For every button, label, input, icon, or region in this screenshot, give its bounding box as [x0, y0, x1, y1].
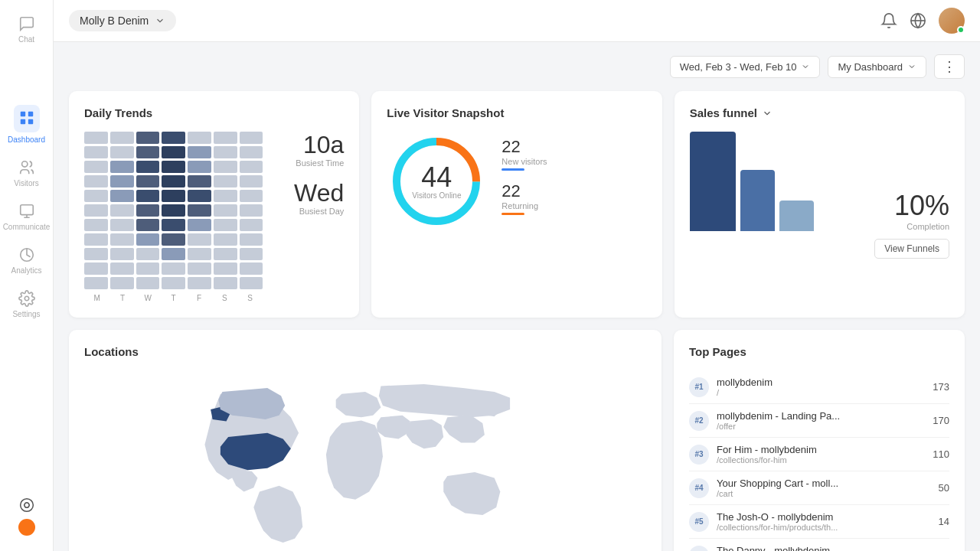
funnel-bars	[690, 132, 887, 231]
rank-badge: #6	[689, 546, 709, 552]
funnel-dropdown-icon[interactable]	[762, 108, 773, 119]
returning-stat: 22 Returning	[501, 181, 547, 215]
heatmap-cell	[84, 248, 108, 260]
user-avatar[interactable]	[939, 8, 965, 34]
heatmap-cell	[136, 175, 160, 187]
dashboard-dropdown-icon	[907, 62, 916, 71]
settings-icon	[18, 290, 35, 307]
avatar-online-dot	[957, 26, 965, 34]
heatmap-cell	[214, 190, 237, 202]
notification-icon[interactable]	[880, 12, 897, 29]
date-range-filter[interactable]: Wed, Feb 3 - Wed, Feb 10	[670, 56, 821, 78]
funnel-completion: 10% Completion	[894, 190, 949, 231]
heatmap-cell	[136, 262, 160, 275]
sidebar-item-communicate[interactable]: Communicate	[0, 195, 53, 239]
sidebar-item-visitors[interactable]: Visitors	[0, 152, 53, 195]
date-range-label: Wed, Feb 3 - Wed, Feb 10	[680, 61, 797, 73]
visitors-icon	[18, 159, 35, 176]
globe-icon[interactable]	[910, 12, 926, 29]
topbar-right	[880, 8, 965, 34]
heatmap-cell	[214, 132, 237, 144]
top-pages-title: Top Pages	[689, 345, 949, 358]
heatmap-cell	[162, 248, 185, 260]
heatmap-cell	[162, 161, 185, 173]
heatmap-cell	[240, 175, 263, 187]
heatmap-cell	[136, 219, 160, 231]
heatmap-cell	[110, 204, 134, 217]
bottom-row: Locations	[69, 330, 965, 551]
sidebar-label-analytics: Analytics	[11, 266, 41, 275]
page-name: mollybdenim - Landing Pa...	[717, 410, 925, 422]
heatmap-cell	[162, 277, 185, 289]
sidebar-item-chat[interactable]: Chat	[0, 8, 53, 51]
snapshot-inner: 44 Visitors Online 22 New visitors 22 Re…	[387, 132, 646, 231]
top-page-item[interactable]: #6 The Danny - mollybdenim /collections/…	[689, 539, 949, 551]
page-name: The Danny - mollybdenim	[717, 545, 931, 551]
heatmap-cell	[240, 248, 263, 260]
top-page-item[interactable]: #3 For Him - mollybdenim /collections/fo…	[689, 438, 949, 471]
heatmap-cell	[240, 161, 263, 173]
page-info: The Danny - mollybdenim /collections/for…	[717, 545, 931, 551]
returning-count: 22	[501, 181, 547, 201]
heatmap-cell	[136, 161, 160, 173]
heatmap-cell	[214, 219, 237, 231]
communicate-icon	[18, 203, 35, 220]
heatmap-cell	[110, 262, 134, 275]
heatmap-cell	[136, 146, 160, 158]
heatmap-cell	[84, 175, 108, 187]
heatmap-cell	[240, 233, 263, 246]
heatmap-cell	[214, 175, 237, 187]
view-funnels-button[interactable]: View Funnels	[874, 239, 949, 259]
dashboard-filter[interactable]: My Dashboard	[828, 56, 926, 78]
page-url: /	[717, 388, 925, 397]
heatmap-cell	[84, 146, 108, 158]
heatmap-cell	[214, 248, 237, 260]
returning-label: Returning	[501, 201, 547, 210]
top-pages-card: Top Pages #1 mollybdenim / 173 #2 mollyb…	[674, 330, 965, 551]
page-name: Your Shopping Cart - moll...	[717, 478, 931, 489]
sales-funnel-title: Sales funnel	[690, 106, 757, 119]
heatmap-cell	[110, 233, 134, 246]
heatmap-cell	[240, 262, 263, 275]
brand-selector[interactable]: Molly B Denim	[69, 10, 176, 31]
page-count: 173	[933, 381, 949, 393]
sales-funnel-header: Sales funnel	[690, 106, 949, 119]
completion-pct: 10%	[894, 190, 949, 222]
page-info: For Him - mollybdenim /collections/for-h…	[717, 444, 925, 465]
heatmap-cell	[136, 277, 160, 289]
top-page-item[interactable]: #2 mollybdenim - Landing Pa... /offer 17…	[689, 404, 949, 438]
heatmap-cell	[214, 233, 237, 246]
busiest-day: Wed	[275, 180, 344, 207]
heatmap-cell	[188, 175, 211, 187]
heatmap-cell	[162, 233, 185, 246]
page-name: For Him - mollybdenim	[717, 444, 925, 455]
heatmap-cell	[136, 190, 160, 202]
dashboard-icon	[18, 109, 35, 126]
sidebar-item-dashboard[interactable]: Dashboard	[0, 97, 53, 152]
live-visitor-title: Live Visitor Snapshot	[387, 106, 646, 119]
heatmap-cell	[240, 277, 263, 289]
heatmap-cell	[162, 190, 185, 202]
rank-badge: #1	[689, 377, 709, 397]
live-visitor-card: Live Visitor Snapshot 44	[371, 91, 662, 318]
heatmap-cell	[110, 146, 134, 158]
sidebar-item-settings[interactable]: Settings	[0, 282, 53, 326]
top-page-item[interactable]: #1 mollybdenim / 173	[689, 370, 949, 404]
sidebar-item-analytics[interactable]: Analytics	[0, 239, 53, 282]
heatmap-cell	[136, 132, 160, 144]
funnel-content: 10% Completion	[690, 132, 949, 231]
rank-badge: #4	[689, 478, 709, 498]
heatmap-cell	[84, 277, 108, 289]
heatmap-cell	[110, 132, 134, 144]
top-page-item[interactable]: #5 The Josh-O - mollybdenim /collections…	[689, 505, 949, 539]
top-page-item[interactable]: #4 Your Shopping Cart - moll... /cart 50	[689, 471, 949, 505]
more-options-button[interactable]: ⋮	[934, 54, 965, 79]
new-visitors-label: New visitors	[501, 157, 547, 166]
heatmap-cell	[214, 262, 237, 275]
page-url: /collections/for-him/products/th...	[717, 523, 931, 532]
heatmap-cell	[162, 204, 185, 217]
heatmap-cell	[162, 262, 185, 275]
heatmap-cell	[84, 204, 108, 217]
heatmap-cell	[240, 146, 263, 158]
rank-badge: #2	[689, 411, 709, 431]
